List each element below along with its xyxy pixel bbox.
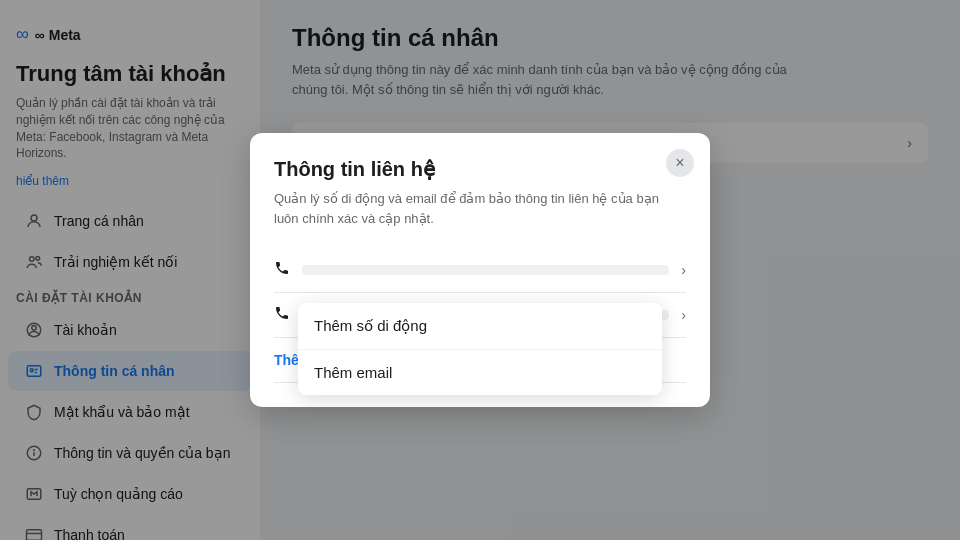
phone-icon-2: [274, 305, 290, 325]
phone-placeholder-1: [302, 265, 669, 275]
close-icon: ×: [675, 154, 684, 172]
add-contact-dropdown: Thêm số di động Thêm email: [298, 303, 662, 395]
add-email-option[interactable]: Thêm email: [298, 350, 662, 395]
modal-title: Thông tin liên hệ: [274, 157, 686, 181]
add-mobile-option[interactable]: Thêm số di động: [298, 303, 662, 350]
chevron-right-phone-2: ›: [681, 307, 686, 323]
modal-close-button[interactable]: ×: [666, 149, 694, 177]
contact-info-modal: × Thông tin liên hệ Quản lý số di động v…: [250, 133, 710, 407]
modal-overlay: × Thông tin liên hệ Quản lý số di động v…: [0, 0, 960, 540]
modal-body: › › Thêm thông tin liên hệ mới: [274, 248, 686, 383]
chevron-right-phone-1: ›: [681, 262, 686, 278]
phone-row-1[interactable]: ›: [274, 248, 686, 293]
phone-icon-1: [274, 260, 290, 280]
modal-description: Quản lý số di động và email để đảm bảo t…: [274, 189, 686, 228]
